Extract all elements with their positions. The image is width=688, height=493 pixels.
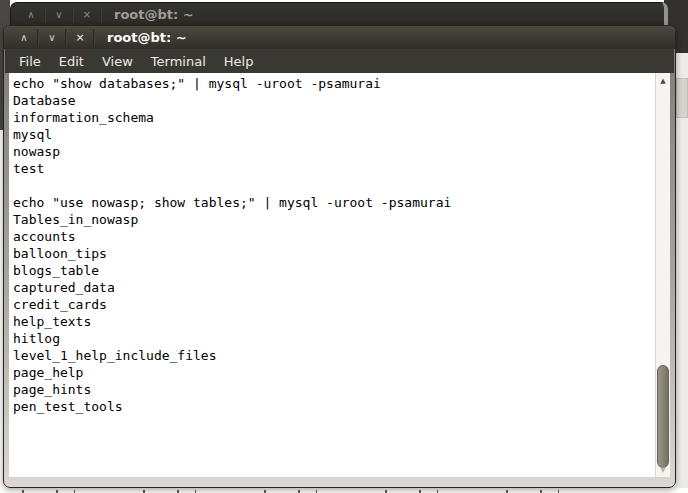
terminal-line: Database: [13, 92, 655, 109]
window-minimize-button[interactable]: ∨: [46, 6, 72, 23]
minimize-icon: ∨: [48, 33, 55, 43]
close-icon: ×: [75, 32, 84, 43]
window-shade-button[interactable]: ∧: [11, 29, 37, 46]
background-window-titlebar[interactable]: ∧ ∨ × root@bt: ~: [11, 3, 664, 26]
scroll-up-icon: ▲: [660, 77, 665, 85]
terminal-window-titlebar[interactable]: ∧ ∨ × root@bt: ~: [4, 26, 675, 49]
menu-item[interactable]: File: [10, 51, 50, 72]
scrollbar-track[interactable]: ▲ ▼: [655, 73, 670, 477]
menu-item[interactable]: View: [93, 51, 142, 72]
scroll-up-button[interactable]: ▲: [656, 74, 670, 87]
terminal-menubar: File Edit View Terminal Help: [5, 49, 674, 73]
terminal-line: level_1_help_include_files: [13, 347, 655, 364]
terminal-line: help_texts: [13, 313, 655, 330]
terminal-line: Tables_in_nowasp: [13, 211, 655, 228]
desktop: ∧ ∨ × root@bt: ~ ∧ ∨ × root@bt: ~: [0, 0, 688, 493]
terminal-line: blogs_table: [13, 262, 655, 279]
terminal-line: mysql: [13, 126, 655, 143]
terminal-line: echo "show databases;" | mysql -uroot -p…: [13, 75, 655, 92]
close-icon: ×: [83, 10, 91, 20]
menu-item[interactable]: Terminal: [142, 51, 215, 72]
window-close-button[interactable]: ×: [74, 6, 100, 23]
window-shade-button[interactable]: ∧: [18, 6, 44, 23]
scroll-down-button[interactable]: ▼: [656, 463, 670, 476]
terminal-line: test: [13, 160, 655, 177]
terminal-line: nowasp: [13, 143, 655, 160]
terminal-screen[interactable]: echo "show databases;" | mysql -uroot -p…: [9, 73, 655, 477]
background-window-controls: ∧ ∨ ×: [18, 3, 102, 26]
terminal-window: ∧ ∨ × root@bt: ~ File Edit View Terminal…: [3, 25, 676, 488]
terminal-line: pen_test_tools: [13, 398, 655, 415]
terminal-line: credit_cards: [13, 296, 655, 313]
terminal-line: balloon_tips: [13, 245, 655, 262]
window-title: root@bt: ~: [114, 7, 194, 22]
terminal-line: page_hints: [13, 381, 655, 398]
terminal-line: accounts: [13, 228, 655, 245]
terminal-line: page_help: [13, 364, 655, 381]
terminal-line: [13, 177, 655, 194]
terminal-line: captured_data: [13, 279, 655, 296]
terminal-line: information_schema: [13, 109, 655, 126]
menu-item[interactable]: Help: [215, 51, 263, 72]
menu-item[interactable]: Edit: [50, 51, 93, 72]
shade-icon: ∧: [20, 33, 27, 43]
button-separator: [93, 29, 95, 46]
background-window-scrollbar-sliver: [676, 78, 688, 118]
scrollbar-thumb[interactable]: [657, 365, 669, 468]
window-close-button[interactable]: ×: [67, 29, 93, 46]
terminal-line: echo "use nowasp; show tables;" | mysql …: [13, 194, 655, 211]
window-minimize-button[interactable]: ∨: [39, 29, 65, 46]
scroll-down-icon: ▼: [660, 466, 665, 474]
terminal-line: hitlog: [13, 330, 655, 347]
background-window-sliver: [676, 53, 688, 488]
window-controls: ∧ ∨ ×: [11, 26, 95, 49]
window-title: root@bt: ~: [107, 30, 187, 45]
shade-icon: ∧: [27, 10, 34, 20]
button-separator: [100, 6, 102, 23]
minimize-icon: ∨: [55, 10, 62, 20]
terminal-area: echo "show databases;" | mysql -uroot -p…: [9, 73, 670, 477]
